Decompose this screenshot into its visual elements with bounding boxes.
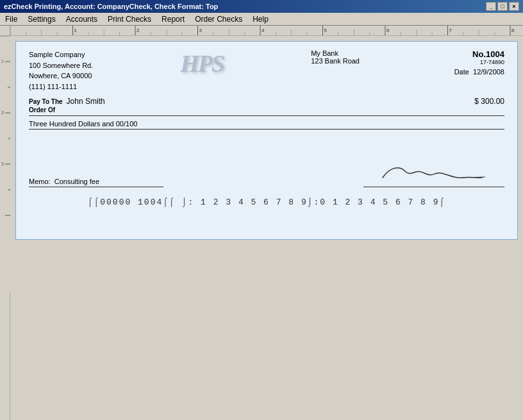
menu-file[interactable]: File (3, 15, 20, 24)
svg-text:7: 7 (449, 28, 452, 33)
hps-logo: HPS (180, 49, 224, 78)
check-header: Sample Company 100 Somewhere Rd. Nowhere… (29, 49, 504, 92)
amount-box: $ 300.00 (474, 97, 504, 106)
amount-words: Three Hundred Dollars and 00/100 (29, 120, 504, 130)
memo-label: Memo: (29, 178, 51, 185)
pay-to-label: Pay To TheOrder Of (29, 97, 63, 114)
routing-number: 17-74890 (428, 59, 504, 65)
svg-text:4: 4 (262, 28, 265, 33)
svg-text:3: 3 (1, 162, 4, 166)
menu-report[interactable]: Report (159, 15, 187, 24)
menu-accounts[interactable]: Accounts (63, 15, 100, 24)
company-info: Sample Company 100 Somewhere Rd. Nowhere… (29, 49, 93, 92)
signature-svg (363, 155, 504, 187)
memo-text: Consulting fee (54, 178, 99, 185)
title-bar: ezCheck Printing, Account: CompanyCheck,… (0, 0, 523, 13)
signature-area (363, 155, 504, 187)
bank-addr: 123 Bank Road (311, 57, 360, 65)
menu-print-checks[interactable]: Print Checks (105, 15, 154, 24)
ruler: /* ruler ticks drawn below via JS */ 123… (0, 26, 523, 36)
company-addr2: Nowhere, CA 90000 (29, 71, 93, 81)
minimize-button[interactable]: _ (486, 2, 496, 11)
close-button[interactable]: × (509, 2, 519, 11)
main-area: 1 2 3 Sample Company 100 Somewhere Rd. N… (0, 36, 523, 420)
menu-settings[interactable]: Settings (25, 15, 58, 24)
company-phone: (111) 111-1111 (29, 81, 93, 92)
memo-underline (29, 187, 163, 187)
bank-info: My Bank 123 Bank Road (311, 49, 360, 65)
svg-text:2: 2 (1, 110, 4, 115)
micr-line: ⌠⌠00000 1004⌠⌠ ⌡: 1 2 3 4 5 6 7 8 9⌡:0 1… (29, 197, 504, 207)
svg-text:5: 5 (324, 28, 328, 33)
svg-text:1: 1 (1, 59, 4, 63)
svg-text:6: 6 (386, 28, 390, 33)
check-date-line: Date 12/9/2008 (428, 68, 504, 76)
window-controls: _ □ × (486, 2, 519, 11)
bank-name: My Bank (311, 49, 360, 57)
check-number: No.1004 (428, 49, 504, 59)
memo-signature-area: Memo: Consulting fee (29, 155, 504, 187)
app-title: ezCheck Printing, Account: CompanyCheck,… (4, 3, 218, 10)
company-addr1: 100 Somewhere Rd. (29, 60, 93, 71)
svg-text:8: 8 (511, 28, 515, 33)
svg-text:3: 3 (199, 28, 203, 33)
payee-name: John Smith (67, 97, 467, 106)
menu-order-checks[interactable]: Order Checks (192, 15, 245, 24)
svg-text:1: 1 (74, 28, 78, 33)
payee-section: Pay To TheOrder Of John Smith $ 300.00 (29, 97, 504, 116)
menu-help[interactable]: Help (250, 15, 271, 24)
check-display: Sample Company 100 Somewhere Rd. Nowhere… (15, 41, 518, 240)
memo-section: Memo: Consulting fee (29, 178, 163, 187)
check-preview-area: Sample Company 100 Somewhere Rd. Nowhere… (10, 36, 523, 420)
left-ruler: 1 2 3 (0, 36, 10, 420)
menu-bar: File Settings Accounts Print Checks Repo… (0, 13, 523, 26)
check-number-area: No.1004 17-74890 Date 12/9/2008 (428, 49, 504, 76)
maximize-button[interactable]: □ (497, 2, 508, 11)
company-name: Sample Company (29, 49, 93, 60)
svg-text:2: 2 (137, 28, 140, 33)
